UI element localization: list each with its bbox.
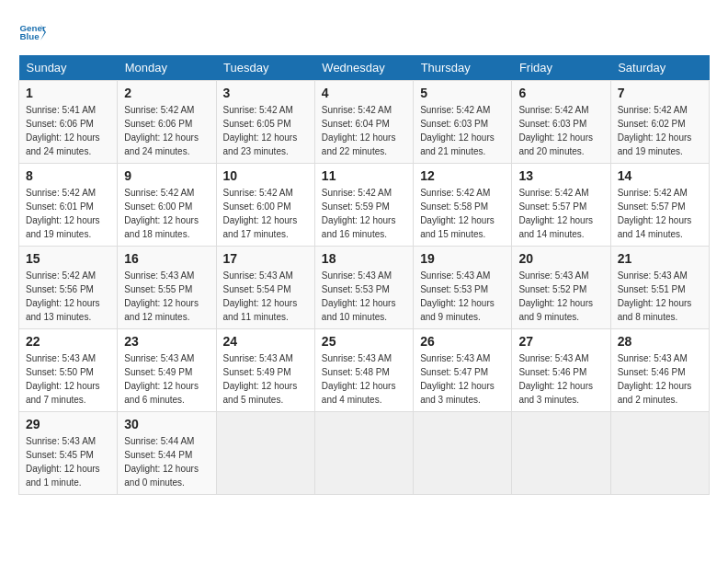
- day-number: 24: [223, 334, 308, 349]
- day-info: Sunrise: 5:42 AM Sunset: 6:03 PM Dayligh…: [518, 103, 603, 158]
- calendar-cell: 27Sunrise: 5:43 AM Sunset: 5:46 PM Dayli…: [512, 329, 610, 412]
- day-info: Sunrise: 5:42 AM Sunset: 6:00 PM Dayligh…: [223, 186, 308, 241]
- calendar-cell: [314, 412, 413, 495]
- day-number: 12: [420, 168, 505, 183]
- day-number: 25: [322, 334, 406, 349]
- day-number: 15: [26, 251, 110, 266]
- day-info: Sunrise: 5:43 AM Sunset: 5:51 PM Dayligh…: [618, 269, 702, 324]
- day-number: 3: [223, 86, 308, 100]
- page-header: General Blue: [18, 18, 710, 46]
- day-number: 6: [518, 86, 603, 100]
- calendar-cell: 15Sunrise: 5:42 AM Sunset: 5:56 PM Dayli…: [19, 247, 118, 329]
- weekday-header-tuesday: Tuesday: [216, 55, 314, 81]
- day-info: Sunrise: 5:42 AM Sunset: 6:03 PM Dayligh…: [420, 103, 505, 158]
- calendar-cell: 17Sunrise: 5:43 AM Sunset: 5:54 PM Dayli…: [216, 247, 314, 329]
- day-info: Sunrise: 5:42 AM Sunset: 6:00 PM Dayligh…: [124, 186, 209, 241]
- weekday-header-thursday: Thursday: [414, 55, 512, 81]
- day-info: Sunrise: 5:43 AM Sunset: 5:52 PM Dayligh…: [518, 269, 603, 324]
- calendar-cell: 6Sunrise: 5:42 AM Sunset: 6:03 PM Daylig…: [512, 81, 610, 164]
- day-info: Sunrise: 5:42 AM Sunset: 6:01 PM Dayligh…: [26, 186, 110, 241]
- day-info: Sunrise: 5:43 AM Sunset: 5:50 PM Dayligh…: [26, 351, 110, 407]
- day-number: 13: [518, 168, 603, 183]
- calendar-cell: 29Sunrise: 5:43 AM Sunset: 5:45 PM Dayli…: [19, 412, 118, 495]
- day-info: Sunrise: 5:43 AM Sunset: 5:54 PM Dayligh…: [223, 269, 308, 324]
- day-number: 30: [124, 417, 209, 431]
- day-info: Sunrise: 5:42 AM Sunset: 6:06 PM Dayligh…: [124, 103, 209, 158]
- calendar-cell: 30Sunrise: 5:44 AM Sunset: 5:44 PM Dayli…: [118, 412, 216, 495]
- calendar-cell: [414, 412, 512, 495]
- calendar-cell: 25Sunrise: 5:43 AM Sunset: 5:48 PM Dayli…: [314, 329, 413, 412]
- day-number: 16: [124, 251, 209, 266]
- day-info: Sunrise: 5:43 AM Sunset: 5:45 PM Dayligh…: [26, 434, 110, 489]
- weekday-header-monday: Monday: [118, 55, 216, 81]
- calendar-cell: 1Sunrise: 5:41 AM Sunset: 6:06 PM Daylig…: [19, 81, 118, 164]
- day-info: Sunrise: 5:42 AM Sunset: 5:56 PM Dayligh…: [26, 269, 110, 324]
- day-number: 9: [124, 168, 209, 183]
- calendar-cell: 9Sunrise: 5:42 AM Sunset: 6:00 PM Daylig…: [118, 164, 216, 247]
- calendar-week-4: 22Sunrise: 5:43 AM Sunset: 5:50 PM Dayli…: [19, 329, 710, 412]
- day-number: 2: [124, 86, 209, 100]
- calendar-cell: [610, 412, 709, 495]
- day-number: 21: [618, 251, 702, 266]
- calendar-cell: 7Sunrise: 5:42 AM Sunset: 6:02 PM Daylig…: [610, 81, 709, 164]
- day-number: 14: [618, 168, 702, 183]
- calendar-cell: 20Sunrise: 5:43 AM Sunset: 5:52 PM Dayli…: [512, 247, 610, 329]
- calendar-week-2: 8Sunrise: 5:42 AM Sunset: 6:01 PM Daylig…: [19, 164, 710, 247]
- calendar-cell: 24Sunrise: 5:43 AM Sunset: 5:49 PM Dayli…: [216, 329, 314, 412]
- day-number: 22: [26, 334, 110, 349]
- day-info: Sunrise: 5:43 AM Sunset: 5:49 PM Dayligh…: [223, 351, 308, 407]
- day-number: 28: [618, 334, 702, 349]
- day-number: 4: [322, 86, 406, 100]
- day-info: Sunrise: 5:43 AM Sunset: 5:48 PM Dayligh…: [322, 351, 406, 407]
- day-number: 20: [518, 251, 603, 266]
- day-info: Sunrise: 5:41 AM Sunset: 6:06 PM Dayligh…: [26, 103, 110, 158]
- day-info: Sunrise: 5:43 AM Sunset: 5:47 PM Dayligh…: [420, 351, 505, 407]
- weekday-header-saturday: Saturday: [610, 55, 709, 81]
- day-number: 19: [420, 251, 505, 266]
- calendar-cell: 11Sunrise: 5:42 AM Sunset: 5:59 PM Dayli…: [314, 164, 413, 247]
- calendar-table: SundayMondayTuesdayWednesdayThursdayFrid…: [18, 55, 710, 495]
- calendar-cell: 19Sunrise: 5:43 AM Sunset: 5:53 PM Dayli…: [414, 247, 512, 329]
- day-number: 26: [420, 334, 505, 349]
- weekday-header-wednesday: Wednesday: [314, 55, 413, 81]
- day-number: 5: [420, 86, 505, 100]
- day-info: Sunrise: 5:43 AM Sunset: 5:46 PM Dayligh…: [518, 351, 603, 407]
- day-info: Sunrise: 5:43 AM Sunset: 5:53 PM Dayligh…: [420, 269, 505, 324]
- calendar-cell: 2Sunrise: 5:42 AM Sunset: 6:06 PM Daylig…: [118, 81, 216, 164]
- calendar-week-3: 15Sunrise: 5:42 AM Sunset: 5:56 PM Dayli…: [19, 247, 710, 329]
- calendar-cell: 16Sunrise: 5:43 AM Sunset: 5:55 PM Dayli…: [118, 247, 216, 329]
- day-info: Sunrise: 5:42 AM Sunset: 6:04 PM Dayligh…: [322, 103, 406, 158]
- calendar-week-1: 1Sunrise: 5:41 AM Sunset: 6:06 PM Daylig…: [19, 81, 710, 164]
- day-info: Sunrise: 5:43 AM Sunset: 5:55 PM Dayligh…: [124, 269, 209, 324]
- day-info: Sunrise: 5:42 AM Sunset: 6:02 PM Dayligh…: [618, 103, 702, 158]
- day-info: Sunrise: 5:43 AM Sunset: 5:49 PM Dayligh…: [124, 351, 209, 407]
- day-info: Sunrise: 5:42 AM Sunset: 6:05 PM Dayligh…: [223, 103, 308, 158]
- day-number: 17: [223, 251, 308, 266]
- day-number: 29: [26, 417, 110, 431]
- calendar-cell: 5Sunrise: 5:42 AM Sunset: 6:03 PM Daylig…: [414, 81, 512, 164]
- calendar-week-5: 29Sunrise: 5:43 AM Sunset: 5:45 PM Dayli…: [19, 412, 710, 495]
- day-info: Sunrise: 5:42 AM Sunset: 5:57 PM Dayligh…: [618, 186, 702, 241]
- calendar-cell: 8Sunrise: 5:42 AM Sunset: 6:01 PM Daylig…: [19, 164, 118, 247]
- logo: General Blue: [18, 18, 50, 46]
- calendar-cell: 23Sunrise: 5:43 AM Sunset: 5:49 PM Dayli…: [118, 329, 216, 412]
- weekday-header-sunday: Sunday: [19, 55, 118, 81]
- day-number: 18: [322, 251, 406, 266]
- day-number: 10: [223, 168, 308, 183]
- calendar-cell: [216, 412, 314, 495]
- day-info: Sunrise: 5:42 AM Sunset: 5:58 PM Dayligh…: [420, 186, 505, 241]
- calendar-cell: 12Sunrise: 5:42 AM Sunset: 5:58 PM Dayli…: [414, 164, 512, 247]
- calendar-cell: 3Sunrise: 5:42 AM Sunset: 6:05 PM Daylig…: [216, 81, 314, 164]
- calendar-cell: 18Sunrise: 5:43 AM Sunset: 5:53 PM Dayli…: [314, 247, 413, 329]
- day-number: 7: [618, 86, 702, 100]
- calendar-cell: 14Sunrise: 5:42 AM Sunset: 5:57 PM Dayli…: [610, 164, 709, 247]
- day-info: Sunrise: 5:43 AM Sunset: 5:53 PM Dayligh…: [322, 269, 406, 324]
- day-info: Sunrise: 5:42 AM Sunset: 5:59 PM Dayligh…: [322, 186, 406, 241]
- day-number: 23: [124, 334, 209, 349]
- calendar-cell: 4Sunrise: 5:42 AM Sunset: 6:04 PM Daylig…: [314, 81, 413, 164]
- calendar-cell: 26Sunrise: 5:43 AM Sunset: 5:47 PM Dayli…: [414, 329, 512, 412]
- day-info: Sunrise: 5:43 AM Sunset: 5:46 PM Dayligh…: [618, 351, 702, 407]
- calendar-cell: 10Sunrise: 5:42 AM Sunset: 6:00 PM Dayli…: [216, 164, 314, 247]
- day-info: Sunrise: 5:42 AM Sunset: 5:57 PM Dayligh…: [518, 186, 603, 241]
- calendar-cell: [512, 412, 610, 495]
